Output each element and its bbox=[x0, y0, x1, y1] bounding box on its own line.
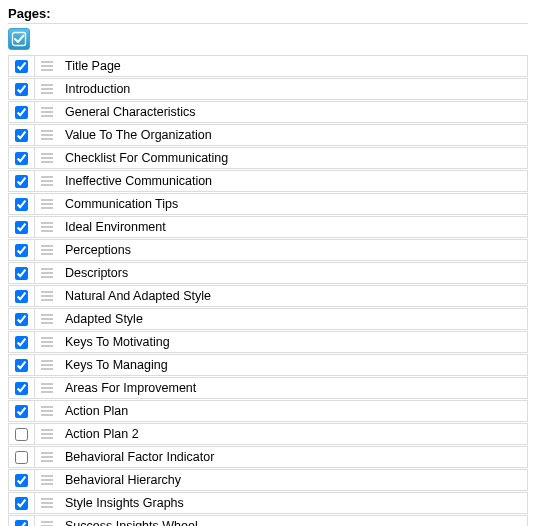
drag-handle[interactable] bbox=[35, 493, 59, 513]
list-item: Action Plan 2 bbox=[8, 423, 528, 445]
drag-icon bbox=[41, 452, 53, 462]
drag-icon bbox=[41, 429, 53, 439]
page-checkbox[interactable] bbox=[15, 106, 28, 119]
checkbox-cell bbox=[9, 309, 35, 329]
checkbox-cell bbox=[9, 493, 35, 513]
page-checkbox[interactable] bbox=[15, 152, 28, 165]
drag-handle[interactable] bbox=[35, 424, 59, 444]
page-label: Checklist For Communicating bbox=[59, 151, 527, 165]
drag-icon bbox=[41, 222, 53, 232]
drag-icon bbox=[41, 498, 53, 508]
checkbox-cell bbox=[9, 516, 35, 526]
drag-icon bbox=[41, 176, 53, 186]
list-item: Action Plan bbox=[8, 400, 528, 422]
drag-icon bbox=[41, 291, 53, 301]
drag-icon bbox=[41, 475, 53, 485]
drag-handle[interactable] bbox=[35, 470, 59, 490]
page-label: Keys To Managing bbox=[59, 358, 527, 372]
page-checkbox[interactable] bbox=[15, 497, 28, 510]
drag-icon bbox=[41, 107, 53, 117]
page-checkbox[interactable] bbox=[15, 83, 28, 96]
checkbox-cell bbox=[9, 286, 35, 306]
page-checkbox[interactable] bbox=[15, 520, 28, 527]
drag-handle[interactable] bbox=[35, 79, 59, 99]
drag-handle[interactable] bbox=[35, 125, 59, 145]
drag-icon bbox=[41, 84, 53, 94]
list-item: Ineffective Communication bbox=[8, 170, 528, 192]
drag-handle[interactable] bbox=[35, 378, 59, 398]
page-checkbox[interactable] bbox=[15, 267, 28, 280]
page-checkbox[interactable] bbox=[15, 428, 28, 441]
drag-handle[interactable] bbox=[35, 148, 59, 168]
list-item: Value To The Organization bbox=[8, 124, 528, 146]
page-checkbox[interactable] bbox=[15, 359, 28, 372]
page-checkbox[interactable] bbox=[15, 474, 28, 487]
drag-handle[interactable] bbox=[35, 332, 59, 352]
drag-icon bbox=[41, 130, 53, 140]
checkbox-cell bbox=[9, 148, 35, 168]
page-checkbox[interactable] bbox=[15, 244, 28, 257]
drag-handle[interactable] bbox=[35, 447, 59, 467]
page-label: Ideal Environment bbox=[59, 220, 527, 234]
list-item: Introduction bbox=[8, 78, 528, 100]
drag-icon bbox=[41, 153, 53, 163]
page-label: Behavioral Factor Indicator bbox=[59, 450, 527, 464]
page-label: Style Insights Graphs bbox=[59, 496, 527, 510]
drag-handle[interactable] bbox=[35, 102, 59, 122]
checkbox-cell bbox=[9, 102, 35, 122]
drag-handle[interactable] bbox=[35, 401, 59, 421]
checkbox-cell bbox=[9, 171, 35, 191]
page-checkbox[interactable] bbox=[15, 313, 28, 326]
drag-handle[interactable] bbox=[35, 171, 59, 191]
page-checkbox[interactable] bbox=[15, 129, 28, 142]
checkbox-cell bbox=[9, 424, 35, 444]
page-label: Natural And Adapted Style bbox=[59, 289, 527, 303]
drag-handle[interactable] bbox=[35, 194, 59, 214]
list-item: Ideal Environment bbox=[8, 216, 528, 238]
toggle-all-button[interactable] bbox=[8, 28, 30, 50]
drag-handle[interactable] bbox=[35, 240, 59, 260]
checkbox-cell bbox=[9, 263, 35, 283]
drag-handle[interactable] bbox=[35, 56, 59, 76]
drag-handle[interactable] bbox=[35, 286, 59, 306]
page-checkbox[interactable] bbox=[15, 221, 28, 234]
page-label: Title Page bbox=[59, 59, 527, 73]
checkbox-cell bbox=[9, 470, 35, 490]
page-checkbox[interactable] bbox=[15, 60, 28, 73]
page-checkbox[interactable] bbox=[15, 451, 28, 464]
list-item: Areas For Improvement bbox=[8, 377, 528, 399]
list-item: Natural And Adapted Style bbox=[8, 285, 528, 307]
drag-handle[interactable] bbox=[35, 263, 59, 283]
page-checkbox[interactable] bbox=[15, 198, 28, 211]
page-checkbox[interactable] bbox=[15, 382, 28, 395]
page-label: Communication Tips bbox=[59, 197, 527, 211]
page-checkbox[interactable] bbox=[15, 336, 28, 349]
drag-handle[interactable] bbox=[35, 355, 59, 375]
list-item: Communication Tips bbox=[8, 193, 528, 215]
drag-icon bbox=[41, 406, 53, 416]
page-checkbox[interactable] bbox=[15, 175, 28, 188]
checkbox-cell bbox=[9, 240, 35, 260]
page-label: Perceptions bbox=[59, 243, 527, 257]
page-label: Value To The Organization bbox=[59, 128, 527, 142]
page-label: Success Insights Wheel bbox=[59, 519, 527, 526]
drag-icon bbox=[41, 383, 53, 393]
divider bbox=[8, 23, 528, 24]
page-checkbox[interactable] bbox=[15, 290, 28, 303]
pages-list: Title PageIntroductionGeneral Characteri… bbox=[8, 55, 528, 526]
list-item: Title Page bbox=[8, 55, 528, 77]
page-checkbox[interactable] bbox=[15, 405, 28, 418]
drag-handle[interactable] bbox=[35, 516, 59, 526]
list-item: Descriptors bbox=[8, 262, 528, 284]
page-label: Keys To Motivating bbox=[59, 335, 527, 349]
checkbox-cell bbox=[9, 447, 35, 467]
drag-icon bbox=[41, 245, 53, 255]
page-label: Descriptors bbox=[59, 266, 527, 280]
drag-icon bbox=[41, 337, 53, 347]
drag-icon bbox=[41, 360, 53, 370]
drag-handle[interactable] bbox=[35, 309, 59, 329]
page-label: Ineffective Communication bbox=[59, 174, 527, 188]
drag-handle[interactable] bbox=[35, 217, 59, 237]
check-all-icon bbox=[11, 31, 27, 47]
page-label: General Characteristics bbox=[59, 105, 527, 119]
